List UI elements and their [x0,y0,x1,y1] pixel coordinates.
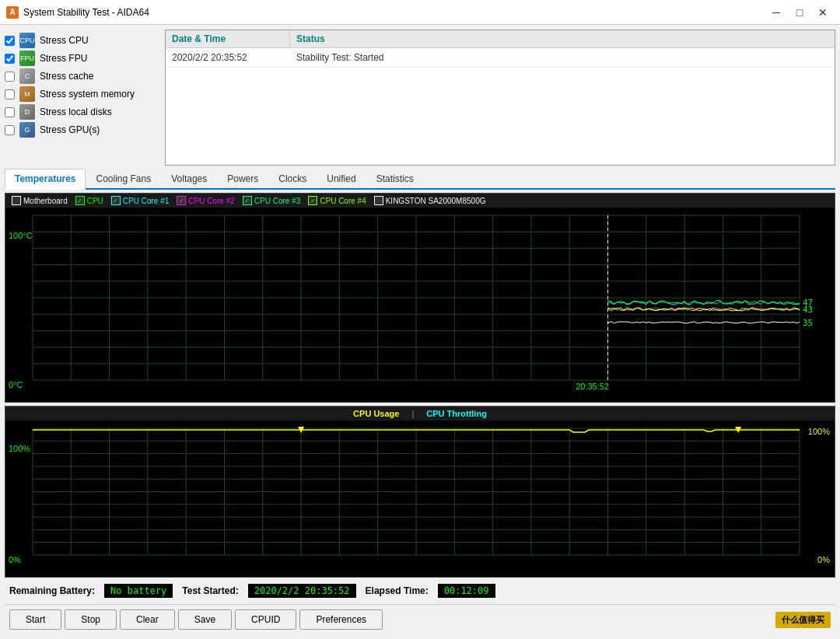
watermark: 什么值得买 [775,612,831,628]
temp-chart-canvas [5,208,835,396]
legend-item-KINGSTON_SA2000M8500G[interactable]: KINGSTON SA2000M8500G [374,196,486,205]
window-controls: ─ □ ✕ [765,4,834,21]
start-button[interactable]: Start [9,609,61,630]
legend-check: ✓ [308,196,317,205]
tab-clocks[interactable]: Clocks [268,169,317,188]
app-icon: A [6,6,19,19]
close-button[interactable]: ✕ [812,4,834,21]
cpu-usage-label: CPU Usage [353,409,399,418]
stress-item-fpu[interactable]: FPU Stress FPU [5,51,160,66]
stress-icon-mem: M [19,86,35,102]
legend-item-CPU_Core_#2[interactable]: ✓ CPU Core #2 [177,196,234,205]
stop-button[interactable]: Stop [65,609,117,630]
stress-item-mem[interactable]: M Stress system memory [5,86,160,102]
temp-y-top: 100°C [9,231,33,240]
cpu-chart-legend: CPU Usage | CPU Throttling [5,407,835,421]
charts-area: Motherboard ✓ CPU ✓ CPU Core #1 ✓ CPU Co… [5,193,835,578]
stress-check-cache[interactable] [5,72,15,82]
top-section: CPU Stress CPU FPU Stress FPU C Stress c… [5,30,835,166]
legend-check: ✓ [243,196,252,205]
main-container: CPU Stress CPU FPU Stress FPU C Stress c… [0,25,840,639]
cpu-end-top: 100% [808,427,830,436]
legend-label: CPU Core #3 [254,197,300,205]
cpuid-button[interactable]: CPUID [235,609,296,630]
status-bar: Remaining Battery: No battery Test Start… [5,581,835,601]
log-header: Date & Time Status [166,30,835,48]
log-entries: 2020/2/2 20:35:52 Stability Test: Starte… [166,48,835,68]
stress-check-disk[interactable] [5,107,15,117]
save-button[interactable]: Save [178,609,232,630]
cpu-chart-container: CPU Usage | CPU Throttling 100% 0% 100% … [5,406,835,578]
legend-check [12,196,21,205]
button-bar: Start Stop Clear Save CPUID Preferences … [5,604,835,634]
legend-item-CPU[interactable]: ✓ CPU [75,196,103,205]
legend-label: KINGSTON SA2000M8500G [386,197,486,205]
stress-options-panel: CPU Stress CPU FPU Stress FPU C Stress c… [5,30,160,166]
legend-label: CPU Core #1 [123,197,169,205]
temp-chart-container: Motherboard ✓ CPU ✓ CPU Core #1 ✓ CPU Co… [5,193,835,403]
cpu-end-bottom: 0% [817,555,830,564]
cpu-chart-separator: | [411,409,414,418]
legend-item-CPU_Core_#3[interactable]: ✓ CPU Core #3 [243,196,300,205]
log-date-header: Date & Time [166,30,290,47]
legend-label: CPU [87,197,103,205]
stress-icon-fpu: FPU [19,51,35,66]
tab-cooling_fans[interactable]: Cooling Fans [86,169,161,188]
log-cell-status: Stability Test: Started [290,51,835,65]
stress-check-fpu[interactable] [5,54,15,64]
tabs-section: TemperaturesCooling FansVoltagesPowersCl… [5,169,835,190]
legend-item-CPU_Core_#1[interactable]: ✓ CPU Core #1 [111,196,169,205]
log-status-header: Status [290,30,835,47]
legend-label: CPU Core #4 [320,197,366,205]
log-row: 2020/2/2 20:35:52 Stability Test: Starte… [166,48,835,68]
legend-check [374,196,383,205]
stress-label-cpu: Stress CPU [40,35,89,46]
log-panel: Date & Time Status 2020/2/2 20:35:52 Sta… [165,30,835,166]
stress-label-mem: Stress system memory [40,89,135,100]
legend-item-Motherboard[interactable]: Motherboard [12,196,68,205]
temp-y-bottom: 0°C [9,380,23,389]
legend-check: ✓ [111,196,121,205]
legend-item-CPU_Core_#4[interactable]: ✓ CPU Core #4 [308,196,366,205]
stress-item-cpu[interactable]: CPU Stress CPU [5,33,160,48]
tab-temperatures[interactable]: Temperatures [5,169,86,190]
tab-bar: TemperaturesCooling FansVoltagesPowersCl… [5,169,835,190]
temp-chart-legend: Motherboard ✓ CPU ✓ CPU Core #1 ✓ CPU Co… [5,194,835,208]
stress-check-cpu[interactable] [5,36,15,46]
stress-icon-disk: D [19,104,35,120]
cpu-y-bottom: 0% [9,555,21,564]
cpu-chart-canvas [5,421,835,571]
legend-label: CPU Core #2 [188,197,234,205]
stress-label-cache: Stress cache [40,71,93,82]
test-started-label: Test Started: [182,585,238,596]
stress-item-cache[interactable]: C Stress cache [5,68,160,84]
preferences-button[interactable]: Preferences [299,609,383,630]
stress-label-gpu: Stress GPU(s) [40,124,100,135]
tab-statistics[interactable]: Statistics [366,169,424,188]
tab-unified[interactable]: Unified [317,169,366,188]
minimize-button[interactable]: ─ [765,4,787,21]
stress-icon-cpu: CPU [19,33,35,48]
test-started-value: 2020/2/2 20:35:52 [248,584,356,598]
legend-check: ✓ [75,196,85,205]
title-bar: A System Stability Test - AIDA64 ─ □ ✕ [0,0,840,25]
clear-button[interactable]: Clear [120,609,175,630]
legend-label: Motherboard [23,197,68,205]
tab-powers[interactable]: Powers [217,169,268,188]
stress-check-mem[interactable] [5,89,15,100]
stress-icon-gpu: G [19,122,35,138]
log-cell-date: 2020/2/2 20:35:52 [166,51,290,65]
stress-label-fpu: Stress FPU [40,53,87,64]
stress-item-gpu[interactable]: G Stress GPU(s) [5,122,160,138]
cpu-throttling-label: CPU Throttling [426,409,487,418]
battery-value: No battery [104,584,173,598]
elapsed-label: Elapsed Time: [366,585,429,596]
tab-voltages[interactable]: Voltages [161,169,217,188]
window-title: System Stability Test - AIDA64 [23,7,765,18]
stress-item-disk[interactable]: D Stress local disks [5,104,160,120]
elapsed-value: 00:12:09 [438,584,495,598]
maximize-button[interactable]: □ [789,4,810,21]
stress-label-disk: Stress local disks [40,106,112,117]
stress-check-gpu[interactable] [5,125,15,135]
cpu-y-top: 100% [9,444,30,453]
